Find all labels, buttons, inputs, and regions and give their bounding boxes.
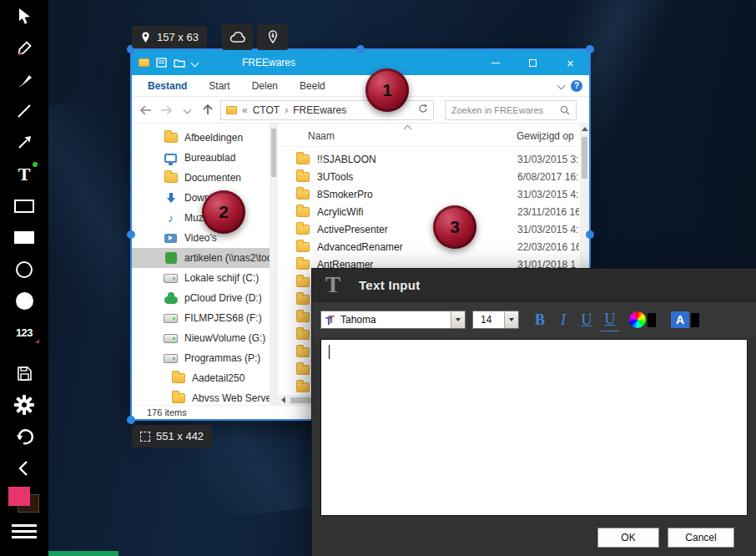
- nav-item[interactable]: Video's: [132, 228, 270, 248]
- forward-button[interactable]: [158, 101, 174, 119]
- tab-delen[interactable]: Delen: [241, 75, 289, 96]
- arrow-tool-button[interactable]: [5, 129, 43, 156]
- nav-item[interactable]: Bureaublad: [132, 148, 270, 168]
- ellipse-outline-tool-button[interactable]: [5, 255, 43, 283]
- nav-item[interactable]: FILMPJES68 (F:): [132, 308, 270, 328]
- font-size-select[interactable]: 14: [472, 311, 519, 329]
- color-wheel-icon[interactable]: [629, 311, 646, 328]
- list-scrollbar-thumb[interactable]: [582, 137, 587, 179]
- qat-properties-icon[interactable]: [156, 58, 167, 68]
- number-badge-3[interactable]: 3: [433, 205, 476, 249]
- upload-cloud-button[interactable]: [222, 24, 253, 50]
- italic-button[interactable]: I: [554, 308, 572, 331]
- breadcrumb-ctot[interactable]: CTOT: [253, 104, 280, 116]
- tab-start[interactable]: Start: [198, 75, 240, 96]
- back-button[interactable]: [137, 101, 154, 119]
- file-row[interactable]: ActivePresenter31/03/2015 4:: [278, 220, 580, 238]
- save-button[interactable]: [5, 359, 43, 387]
- nav-item[interactable]: NieuwVolume (G:): [132, 328, 270, 348]
- dropdown-arrow-icon[interactable]: [451, 311, 465, 328]
- file-row[interactable]: !!SJABLOON31/03/2015 3:: [278, 150, 580, 168]
- number-badge-2[interactable]: 2: [202, 190, 245, 234]
- back-arrow-icon: [139, 105, 152, 115]
- file-row[interactable]: AdvancedRenamer22/03/2016 16: [278, 238, 580, 255]
- rectangle-outline-icon: [14, 200, 34, 213]
- back-button[interactable]: [5, 454, 43, 482]
- help-icon[interactable]: ?: [571, 80, 582, 92]
- highlighter-tool-button[interactable]: [5, 33, 43, 61]
- ribbon-collapse-icon[interactable]: [557, 82, 566, 90]
- column-header-name[interactable]: Naam: [308, 130, 517, 142]
- scroll-left-icon[interactable]: [281, 397, 285, 403]
- file-row[interactable]: 3UTools6/08/2017 16:: [278, 168, 580, 185]
- undo-button[interactable]: [5, 422, 43, 450]
- file-row[interactable]: 8SmokerPro31/03/2015 4:: [278, 185, 580, 203]
- highlight-color-button[interactable]: A: [671, 311, 689, 328]
- breadcrumb-freewares[interactable]: FREEwares: [293, 104, 346, 116]
- pin-capture-button[interactable]: [257, 24, 288, 50]
- pictures-folder-icon: [164, 133, 178, 143]
- file-row[interactable]: AcrylicWifi23/11/2016 16: [278, 203, 580, 220]
- maximize-button[interactable]: [514, 50, 552, 75]
- tab-bestand[interactable]: Bestand: [137, 75, 198, 96]
- rectangle-filled-tool-button[interactable]: [5, 224, 43, 251]
- font-family-select[interactable]: TT Tahoma: [320, 311, 466, 329]
- underline-button[interactable]: U: [577, 308, 596, 331]
- text-input-area[interactable]: [320, 339, 748, 516]
- cursor-position-text: 157 x 63: [157, 31, 199, 43]
- highlight-color-chip[interactable]: [691, 313, 699, 327]
- qat-chevron-down-icon[interactable]: [191, 58, 199, 67]
- text-tool-button[interactable]: T: [5, 160, 43, 188]
- dropdown-arrow-icon[interactable]: [504, 311, 518, 328]
- text-color-chip[interactable]: [648, 313, 656, 327]
- active-color-dot: [33, 162, 38, 167]
- recent-locations-button[interactable]: [179, 101, 195, 119]
- nav-item[interactable]: Abvss Web Server: [132, 388, 270, 405]
- line-tool-button[interactable]: [5, 97, 43, 124]
- nav-item[interactable]: Programmas (P:): [132, 348, 270, 368]
- explorer-titlebar[interactable]: FREEwares ×: [132, 50, 589, 75]
- cancel-button[interactable]: Cancel: [668, 528, 734, 548]
- nav-item[interactable]: Downloads: [132, 188, 270, 208]
- refresh-button[interactable]: [418, 104, 428, 116]
- qat-new-folder-icon[interactable]: [174, 58, 185, 68]
- minimize-button[interactable]: [476, 50, 514, 75]
- nav-item[interactable]: pCloud Drive (D:): [132, 288, 270, 308]
- search-box[interactable]: Zoeken in FREEwares: [445, 100, 577, 120]
- folder-icon: [296, 312, 310, 322]
- scroll-up-icon[interactable]: [582, 127, 588, 131]
- breadcrumb-collapsed[interactable]: «: [242, 104, 248, 116]
- nav-item[interactable]: Aadetail250: [132, 368, 270, 388]
- pen-tool-button[interactable]: [5, 65, 43, 93]
- color-swatch-button[interactable]: [5, 486, 43, 513]
- bold-button[interactable]: B: [531, 308, 549, 331]
- nav-item[interactable]: Lokale schijf (C:): [132, 268, 270, 288]
- column-header-modified[interactable]: Gewijzigd op: [517, 130, 574, 142]
- dialog-header[interactable]: T Text Input: [312, 269, 756, 302]
- ellipse-filled-tool-button[interactable]: [5, 287, 43, 315]
- undo-icon: [14, 427, 34, 447]
- close-button[interactable]: ×: [552, 50, 589, 75]
- nav-scrollbar[interactable]: [270, 124, 278, 405]
- number-stamp-tool-button[interactable]: 123: [5, 319, 43, 346]
- double-underline-button[interactable]: U: [601, 308, 619, 331]
- up-button[interactable]: [199, 101, 216, 119]
- number-badge-1[interactable]: 1: [365, 68, 409, 112]
- nav-scrollbar-thumb[interactable]: [271, 129, 276, 177]
- nav-item[interactable]: Afbeeldingen: [132, 128, 270, 148]
- tab-beeld[interactable]: Beeld: [289, 75, 336, 96]
- desktop-icon: [164, 154, 178, 163]
- ok-button[interactable]: OK: [597, 528, 659, 548]
- folder-icon: [296, 190, 310, 200]
- color-swatches-icon: [7, 487, 42, 513]
- cursor-tool-button[interactable]: [5, 2, 43, 29]
- rectangle-outline-tool-button[interactable]: [5, 192, 43, 220]
- dialog-title: Text Input: [359, 278, 421, 292]
- nav-item[interactable]: Documenten: [132, 168, 270, 188]
- menu-button[interactable]: [5, 518, 43, 545]
- pen-icon: [14, 69, 34, 89]
- settings-button[interactable]: [5, 391, 43, 418]
- nav-item-selected[interactable]: artikelen (\\nas2\too: [132, 248, 270, 268]
- nav-item[interactable]: ♪Muziek: [132, 208, 270, 228]
- breadcrumb-separator: ›: [285, 104, 288, 116]
